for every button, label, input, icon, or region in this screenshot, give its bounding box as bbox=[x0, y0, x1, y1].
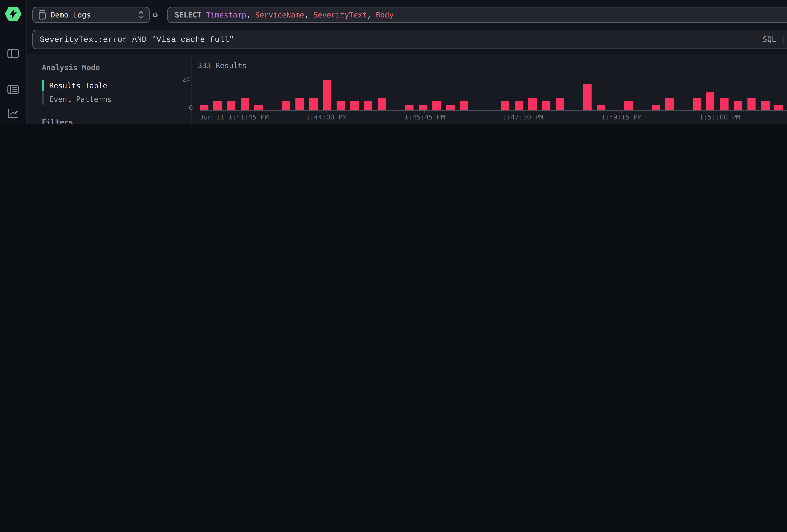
select-field: Body bbox=[376, 10, 394, 19]
log-explorer-app: ? U Demo Logs ⚙ SELECT Timestamp, Servic… bbox=[0, 0, 787, 124]
histogram-bar[interactable] bbox=[733, 101, 742, 110]
select-chevrons-icon bbox=[139, 10, 144, 20]
analysis-mode-list: Results TableEvent Patterns bbox=[42, 79, 191, 106]
histogram-bar[interactable] bbox=[514, 101, 523, 110]
settings-gear-icon[interactable]: ⚙ bbox=[152, 9, 158, 21]
dataset-select[interactable]: Demo Logs bbox=[33, 7, 150, 23]
histogram-bar[interactable] bbox=[556, 98, 564, 110]
select-field: Timestamp bbox=[206, 10, 246, 19]
analysis-mode-results-table[interactable]: Results Table bbox=[42, 79, 191, 92]
select-field: ServiceName bbox=[255, 10, 304, 19]
app-logo-icon[interactable] bbox=[5, 7, 22, 21]
search-query-value: SeverityText:error AND "Visa cache full" bbox=[40, 35, 763, 44]
results-count: 333 Results bbox=[198, 61, 247, 70]
histogram-bar[interactable] bbox=[624, 101, 633, 110]
analysis-mode-event-patterns[interactable]: Event Patterns bbox=[42, 92, 191, 106]
histogram-bar[interactable] bbox=[665, 98, 674, 110]
line-chart-icon[interactable] bbox=[8, 109, 19, 118]
lang-divider: | bbox=[781, 35, 785, 44]
lang-sql[interactable]: SQL bbox=[763, 35, 776, 44]
log-list-icon[interactable] bbox=[7, 85, 19, 94]
results-histogram[interactable] bbox=[200, 80, 787, 110]
histogram-bar[interactable] bbox=[501, 101, 509, 110]
x-axis-label: 1:51:00 PM bbox=[700, 113, 740, 121]
histogram-bar[interactable] bbox=[706, 93, 715, 110]
select-query-input[interactable]: SELECT Timestamp, ServiceName, SeverityT… bbox=[167, 7, 787, 23]
dataset-icon bbox=[38, 10, 46, 20]
select-query-fields: Timestamp, ServiceName, SeverityText, Bo… bbox=[201, 10, 394, 19]
histogram-bar[interactable] bbox=[583, 84, 592, 110]
histogram-bar[interactable] bbox=[227, 101, 236, 110]
histogram-bar[interactable] bbox=[652, 105, 660, 110]
histogram-bar[interactable] bbox=[200, 105, 208, 110]
y-axis-min-label: 0 bbox=[189, 104, 193, 111]
histogram-bar[interactable] bbox=[542, 101, 550, 110]
analysis-mode-title: Analysis Mode bbox=[42, 63, 191, 72]
histogram-bar[interactable] bbox=[775, 105, 783, 110]
mode-rail bbox=[42, 80, 44, 105]
histogram-bar[interactable] bbox=[213, 101, 222, 110]
x-axis-ticks: Jun 11 1:41:45 PM1:44:00 PM1:45:45 PM1:4… bbox=[200, 112, 787, 120]
search-query-input[interactable]: SeverityText:error AND "Visa cache full"… bbox=[33, 30, 787, 49]
x-axis-line bbox=[200, 110, 787, 111]
top-bar: Demo Logs ⚙ SELECT Timestamp, ServiceNam… bbox=[27, 0, 787, 54]
histogram-bar[interactable] bbox=[432, 101, 441, 110]
histogram-bar[interactable] bbox=[282, 101, 290, 110]
x-axis-label: 1:44:00 PM bbox=[306, 113, 346, 121]
query-language-toggle: SQL | Lucene bbox=[763, 35, 787, 44]
x-axis-label: 1:45:45 PM bbox=[404, 113, 445, 121]
histogram-bar[interactable] bbox=[350, 101, 359, 110]
results-panel: 333 Results Scanned Rows: 788242 24 0 Ju… bbox=[192, 54, 787, 124]
histogram-bar[interactable] bbox=[597, 105, 605, 110]
x-axis-label: Jun 11 1:41:45 PM bbox=[200, 113, 269, 121]
x-axis-label: 1:47:30 PM bbox=[503, 113, 543, 121]
histogram-bar[interactable] bbox=[378, 98, 386, 110]
histogram-bar[interactable] bbox=[241, 98, 249, 110]
histogram-bar[interactable] bbox=[446, 105, 454, 110]
histogram-bar[interactable] bbox=[460, 101, 468, 110]
histogram-bar[interactable] bbox=[295, 98, 304, 110]
histogram-bar[interactable] bbox=[761, 101, 769, 110]
select-field: SeverityText bbox=[313, 10, 367, 19]
dataset-label: Demo Logs bbox=[50, 10, 133, 19]
histogram-bar[interactable] bbox=[364, 101, 373, 110]
histogram-bar[interactable] bbox=[323, 80, 331, 110]
filters-title: Filters bbox=[42, 118, 191, 124]
histogram-bar[interactable] bbox=[255, 105, 263, 110]
select-keyword: SELECT bbox=[175, 10, 201, 19]
icon-rail: ? U bbox=[0, 0, 27, 124]
histogram-bar[interactable] bbox=[419, 105, 427, 110]
filter-sidebar: Analysis Mode Results TableEvent Pattern… bbox=[27, 54, 192, 124]
histogram-bar[interactable] bbox=[747, 98, 756, 110]
histogram-bar[interactable] bbox=[528, 98, 537, 110]
panel-left-icon[interactable] bbox=[7, 49, 19, 58]
x-axis-label: 1:49:15 PM bbox=[601, 113, 642, 121]
histogram-bar[interactable] bbox=[405, 105, 413, 110]
histogram-bar[interactable] bbox=[309, 98, 318, 110]
y-axis-max-label: 24 bbox=[182, 76, 190, 83]
histogram-bar[interactable] bbox=[693, 98, 701, 110]
histogram-bar[interactable] bbox=[720, 98, 728, 110]
histogram-bar[interactable] bbox=[337, 101, 345, 110]
